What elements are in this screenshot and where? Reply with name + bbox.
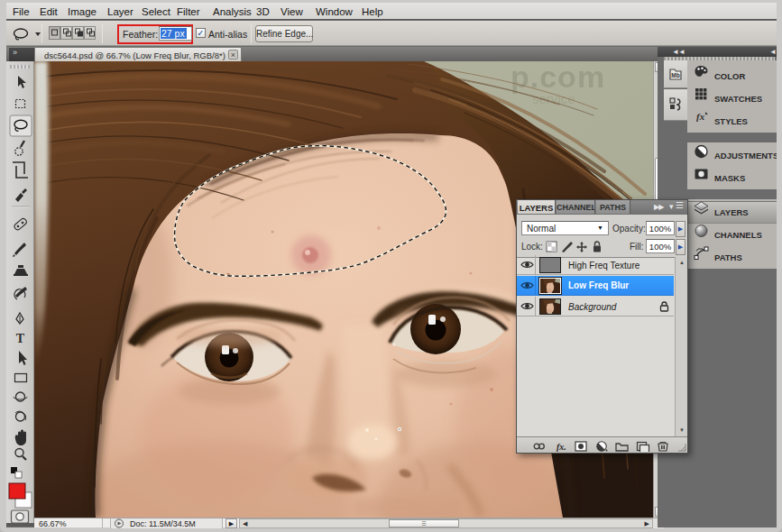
- svg-text:fx: fx: [696, 111, 705, 122]
- svg-text:p.com: p.com: [511, 61, 605, 94]
- svg-text:Mb: Mb: [671, 72, 679, 78]
- svg-text:fx.: fx.: [557, 442, 566, 452]
- svg-text:T: T: [16, 332, 25, 345]
